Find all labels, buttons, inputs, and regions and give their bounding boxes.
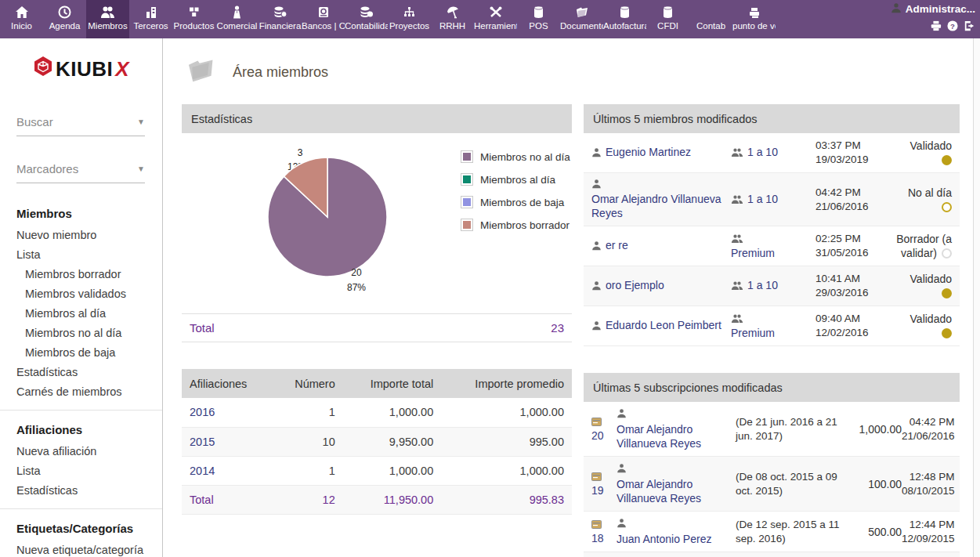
member-icon — [591, 179, 731, 191]
subscription-row: 20 Omar Alejandro Villanueva Reyes (De 2… — [584, 402, 960, 457]
home-icon — [0, 5, 43, 20]
member-type-link[interactable]: 1 a 10 — [747, 146, 778, 158]
table-row: 2014 1 1,000.00 1,000.00 — [182, 456, 572, 485]
year-link[interactable]: 2014 — [190, 465, 215, 477]
sidebar-item-nueva-afiliacion[interactable]: Nueva afiliación — [16, 442, 162, 461]
pie-legend: Miembros no al día Miembros al día Miemb… — [461, 150, 570, 241]
member-type-link[interactable]: Premium — [731, 247, 775, 259]
nav-item-proyectos[interactable]: Proyectos — [388, 0, 431, 38]
sidebar-item-miembros-al-dia[interactable]: Miembros al día — [16, 304, 162, 324]
status-badge — [942, 202, 952, 212]
accounting-icon — [345, 5, 388, 20]
year-link[interactable]: 2016 — [190, 406, 215, 418]
member-name-link[interactable]: Omar Alejandro Villanueva Reyes — [591, 192, 731, 220]
sidebar-item-nueva-etiqueta[interactable]: Nueva etiqueta/categoría — [16, 541, 162, 557]
nav-item-productos[interactable]: Productos — [172, 0, 215, 38]
sidebar-item-carnes[interactable]: Carnés de miembros — [16, 382, 162, 402]
autoinvoice-icon — [603, 5, 646, 20]
nav-item-documentos[interactable]: Documentos — [560, 0, 603, 38]
member-type-link[interactable]: 1 a 10 — [747, 279, 778, 291]
sidebar-item-lista-miembros[interactable]: Lista — [16, 245, 162, 265]
status-badge — [942, 288, 952, 298]
member-type-link[interactable]: Premium — [731, 327, 775, 339]
subscription-ref-link[interactable]: 18 — [591, 532, 604, 544]
nav-item-financiera[interactable]: Financiera — [259, 0, 302, 38]
pie-svg — [261, 150, 394, 284]
subs-panel: Últimas 5 subscripciones modificadas 20 … — [584, 373, 960, 557]
third-parties-icon — [129, 5, 172, 20]
member-type-icon — [731, 194, 743, 207]
member-type-icon — [731, 313, 815, 326]
sidebar-item-miembros-validados[interactable]: Miembros validados — [16, 284, 162, 304]
documents-icon — [560, 5, 603, 20]
search-select[interactable]: Buscar ▼ — [16, 115, 145, 136]
cfdi-icon — [646, 5, 689, 20]
subs-panel-header: Últimas 5 subscripciones modificadas — [584, 373, 960, 402]
member-icon — [617, 462, 736, 476]
member-row: Eugenio Martinez 1 a 10 03:37 PM19/03/20… — [584, 133, 960, 173]
member-type-link[interactable]: 1 a 10 — [747, 193, 778, 205]
user-area: Administrac... ? — [891, 2, 975, 34]
legend-item: Miembros al día — [461, 173, 570, 186]
sidebar-item-estadisticas-afiliaciones[interactable]: Estadísticas — [16, 481, 162, 501]
nav-item-herramientas[interactable]: Herramientas — [474, 0, 517, 38]
sidebar: KIUBIX Buscar ▼ Marcadores ▼ Miembros Nu… — [0, 38, 163, 557]
folder-icon — [186, 57, 217, 87]
hr-icon — [431, 5, 474, 20]
nav-item-contab[interactable]: Contab — [689, 0, 732, 38]
help-icon[interactable]: ? — [947, 20, 958, 34]
subscription-ref-link[interactable]: 19 — [591, 484, 604, 497]
nav-item-terceros[interactable]: Terceros — [129, 0, 172, 38]
pos-icon — [517, 5, 560, 20]
sidebar-item-miembros-de-baja[interactable]: Miembros de baja — [16, 343, 162, 363]
pos-terminal-icon — [732, 5, 776, 20]
projects-icon — [388, 5, 431, 20]
member-name-link[interactable]: Omar Alejandro Villanueva Reyes — [617, 422, 736, 450]
legend-item: Miembros de baja — [461, 196, 570, 208]
nav-item-miembros[interactable]: Miembros — [86, 0, 129, 38]
member-icon — [591, 147, 602, 160]
nav-item-pos[interactable]: POS — [517, 0, 560, 38]
member-name-link[interactable]: Eduardo Leon Peimbert — [606, 319, 721, 331]
user-menu[interactable]: Administrac... — [891, 2, 975, 16]
products-icon — [172, 5, 215, 20]
member-icon — [617, 407, 736, 421]
vertical-scrollbar[interactable] — [973, 38, 980, 557]
nav-item-autofactura[interactable]: Autofactura — [603, 0, 646, 38]
sidebar-item-nuevo-miembro[interactable]: Nuevo miembro — [16, 226, 162, 245]
member-icon — [591, 320, 602, 333]
nav-item-agenda[interactable]: Agenda — [43, 0, 86, 38]
members-icon — [86, 5, 129, 20]
subscription-ref-link[interactable]: 20 — [591, 429, 604, 442]
nav-item-contabilidad[interactable]: Contabilidad — [345, 0, 388, 38]
chevron-down-icon: ▼ — [137, 165, 145, 173]
commercial-icon — [215, 5, 259, 20]
table-row: 2015 10 9,950.00 995.00 — [182, 427, 572, 456]
year-link[interactable]: 2015 — [190, 436, 215, 448]
svg-text:?: ? — [950, 22, 955, 31]
member-name-link[interactable]: Omar Alejandro Villanueva Reyes — [617, 477, 736, 505]
logout-icon[interactable] — [964, 20, 975, 34]
member-name-link[interactable]: Eugenio Martinez — [606, 146, 691, 158]
legend-swatch — [461, 173, 473, 186]
no-icon — [689, 5, 732, 20]
member-name-link[interactable]: oro Ejemplo — [606, 279, 664, 291]
status-badge — [942, 328, 952, 338]
nav-item-cfdi[interactable]: CFDI — [646, 0, 689, 38]
nav-item-comercial[interactable]: Comercial — [215, 0, 259, 38]
sidebar-item-miembros-borrador[interactable]: Miembros borrador — [16, 265, 162, 284]
nav-item-rrhh[interactable]: RRHH — [431, 0, 474, 38]
subscription-row: 18 Juan Antonio Perez (De 12 sep. 2015 a… — [584, 512, 960, 552]
subscription-icon — [591, 471, 617, 483]
bookmarks-select[interactable]: Marcadores ▼ — [16, 162, 145, 183]
sidebar-item-lista-afiliaciones[interactable]: Lista — [16, 461, 162, 481]
status-badge — [942, 248, 952, 259]
member-name-link[interactable]: er re — [606, 239, 628, 251]
sidebar-item-miembros-no-al-dia[interactable]: Miembros no al día — [16, 324, 162, 343]
print-icon[interactable] — [930, 20, 942, 34]
sidebar-item-estadisticas-miembros[interactable]: Estadísticas — [16, 363, 162, 382]
member-name-link[interactable]: Juan Antonio Perez — [617, 532, 736, 546]
nav-item-bancos[interactable]: Bancos | Cajas — [302, 0, 345, 38]
nav-item-inicio[interactable]: Inicio — [0, 0, 43, 38]
nav-item-punto-de-venta[interactable]: punto de venta — [732, 0, 776, 38]
